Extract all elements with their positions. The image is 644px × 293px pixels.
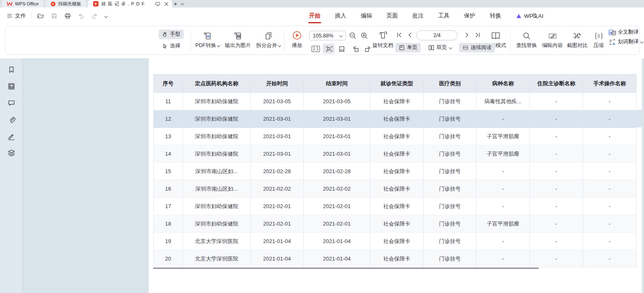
table-cell: 社会保障卡 [370, 250, 424, 268]
signature-icon[interactable] [7, 132, 15, 140]
comment-icon[interactable] [7, 99, 15, 107]
table-row[interactable]: 14深圳市妇幼保健院2021-03-012021-03-01社会保障卡门诊挂号子… [154, 145, 637, 163]
fit-page-button[interactable] [323, 44, 334, 54]
table-cell: - [530, 145, 583, 163]
zoom-level-select[interactable]: 105.88% [309, 31, 346, 40]
table-cell: 社会保障卡 [370, 110, 424, 128]
last-page-button[interactable] [474, 32, 481, 38]
attachment-icon[interactable] [7, 116, 15, 124]
table-header-cell: 序号 [154, 74, 183, 93]
table-header-cell: 医疗类别 [424, 74, 477, 93]
screenshot-compare-label: 截图对比 [567, 42, 588, 49]
table-cell: 2021-02-28 [304, 163, 370, 180]
undo-icon[interactable] [77, 12, 85, 20]
table-row[interactable]: 16深圳市南山区妇...2021-02-022021-02-02社会保障卡门诊挂… [154, 180, 637, 198]
table-cell: 11 [154, 93, 183, 110]
menu-item[interactable]: 转换 [489, 8, 502, 24]
pdf-page[interactable]: 序号定点医药机构名称开始时间结束时间就诊凭证类型医疗类别病种名称住院主诊断名称手… [149, 58, 642, 293]
document-viewport[interactable]: 序号定点医药机构名称开始时间结束时间就诊凭证类型医疗类别病种名称住院主诊断名称手… [0, 58, 644, 293]
menu-item[interactable]: 页面 [386, 8, 399, 24]
actual-size-button[interactable]: 1:1 [310, 44, 322, 54]
continuous-read-icon [462, 45, 469, 51]
hand-tool-button[interactable]: 手型 [159, 30, 184, 39]
table-cell: 18 [154, 215, 183, 233]
menu-item[interactable]: 编辑 [360, 8, 373, 24]
first-page-button[interactable] [396, 32, 402, 38]
page-indicator-input[interactable]: 2/4 [416, 30, 458, 40]
screenshot-compare-button[interactable]: 截图对比 [565, 30, 589, 49]
table-cell: 13 [154, 128, 183, 145]
rotate-left-button[interactable] [349, 44, 361, 54]
double-page-button[interactable]: 双页 [425, 43, 455, 52]
find-replace-button[interactable]: 查找替换 [514, 30, 539, 49]
find-replace-label: 查找替换 [516, 42, 537, 49]
table-cell: 深圳市妇幼保健院 [183, 145, 251, 163]
single-page-button[interactable]: 单页 [395, 43, 421, 52]
print-icon[interactable] [63, 12, 72, 20]
export-image-button[interactable]: 输出为图片 [221, 30, 255, 49]
table-header-cell: 开始时间 [251, 74, 304, 93]
pdf-convert-icon: W [203, 30, 212, 40]
menu-item[interactable]: 批注 [412, 8, 424, 24]
table-cell: - [530, 110, 583, 128]
table-cell: 门诊挂号 [424, 110, 477, 128]
edit-content-label: 编辑内容 [542, 42, 563, 49]
close-icon[interactable] [164, 2, 169, 6]
table-row[interactable]: 15深圳市南山区妇...2021-02-282021-02-28社会保障卡门诊挂… [154, 163, 637, 180]
table-cell: - [583, 250, 637, 268]
menu-item[interactable]: 保护 [463, 8, 476, 24]
table-cell: 社会保障卡 [370, 163, 424, 180]
table-row[interactable]: 20北京大学深圳医院2021-01-042021-01-04社会保障卡门诊挂号-… [154, 250, 637, 268]
monitor-icon[interactable] [155, 1, 160, 7]
rotate-left-icon [352, 45, 359, 52]
rotate-right-button[interactable] [362, 44, 374, 54]
select-tool-button[interactable]: 选择 [159, 41, 184, 51]
split-merge-button[interactable]: 拆分合并 [254, 30, 283, 49]
menu-item[interactable]: 开始 [308, 8, 321, 24]
table-row[interactable]: 12深圳市妇幼保健院2021-03-012021-03-01社会保障卡门诊挂号-… [154, 110, 637, 128]
menu-item[interactable]: WPS AI [515, 9, 544, 23]
menu-item[interactable]: 工具 [437, 8, 450, 24]
rotate-document-button[interactable]: 旋转文档 [371, 30, 395, 49]
table-row[interactable]: 11深圳市妇幼保健院2021-03-052021-03-05社会保障卡门诊挂号病… [154, 93, 637, 110]
document-tab[interactable]: P 就医记录.PDF [88, 0, 172, 7]
continuous-read-button[interactable]: 连续阅读 [459, 43, 495, 52]
table-row[interactable]: 17深圳市妇幼保健院2021-02-012021-02-01社会保障卡门诊挂号-… [154, 198, 637, 215]
compress-button[interactable]: 压缩 [589, 30, 608, 49]
new-tab-button[interactable]: + [172, 0, 179, 7]
more-tools-button[interactable] [104, 11, 108, 20]
open-folder-icon[interactable] [36, 12, 45, 20]
table-cell: 2021-01-04 [251, 250, 304, 268]
page-thumbnails-icon[interactable] [7, 82, 15, 90]
play-button[interactable]: 播放 [288, 30, 306, 49]
full-translate-button[interactable]: A字 全文翻译 [609, 29, 643, 36]
edit-content-button[interactable]: 编辑内容 [540, 30, 564, 49]
zoom-out-button[interactable] [349, 32, 357, 40]
table-row[interactable]: 13深圳市妇幼保健院2021-03-012021-03-01社会保障卡门诊挂号子… [154, 128, 637, 145]
next-page-button[interactable] [464, 32, 470, 38]
table-cell: 深圳市妇幼保健院 [183, 110, 251, 128]
search-icon[interactable] [532, 12, 538, 19]
table-cell: 2021-03-05 [251, 93, 304, 110]
file-menu-button[interactable]: 文件 [7, 12, 26, 20]
table-row[interactable]: 18深圳市妇幼保健院2021-02-012021-02-01社会保障卡门诊挂号子… [154, 215, 637, 233]
full-translate-label: 全文翻译 [618, 29, 639, 36]
menu-item[interactable]: 插入 [334, 8, 347, 24]
word-translate-button[interactable]: 文A 划词翻译 [609, 38, 643, 45]
zoom-in-button[interactable] [360, 32, 368, 40]
page-indicator-value: 2/4 [433, 32, 440, 38]
fit-width-button[interactable] [336, 44, 347, 54]
pdf-convert-button[interactable]: W PDF转换 [193, 30, 222, 49]
tab-list-button[interactable] [179, 0, 185, 7]
layers-icon[interactable] [7, 149, 15, 157]
window-tab-template-store[interactable]: 找稿壳模板 [45, 0, 86, 7]
bookmark-icon[interactable] [7, 66, 15, 74]
previous-page-button[interactable] [407, 32, 412, 38]
table-cell: - [530, 250, 583, 268]
table-row[interactable]: 19北京大学深圳医院2021-01-042021-01-04社会保障卡门诊挂号-… [154, 233, 637, 250]
redo-icon[interactable] [90, 12, 99, 20]
window-tab-wps-office[interactable]: WPS Office [2, 0, 44, 7]
book-icon [491, 30, 501, 40]
save-icon[interactable] [50, 12, 58, 20]
menu-bar: 文件 开始插入编辑页面批注工具保护转换WPS AI [0, 7, 644, 24]
